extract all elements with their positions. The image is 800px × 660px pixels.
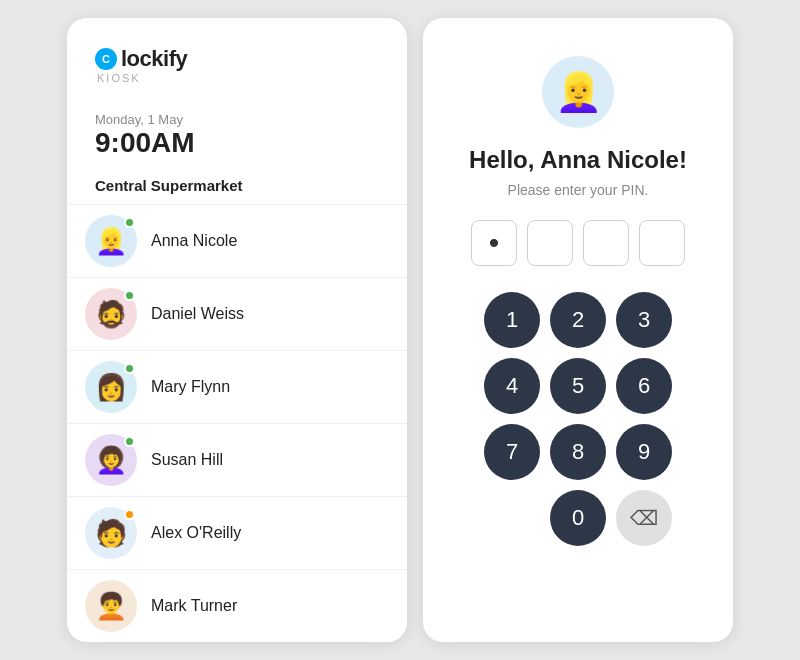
num-btn-1[interactable]: 1 bbox=[484, 292, 540, 348]
app-container: C lockify KIOSK Monday, 1 May 9:00AM Cen… bbox=[47, 0, 753, 660]
user-name-anna-nicole: Anna Nicole bbox=[151, 232, 237, 250]
status-dot-anna-nicole bbox=[124, 217, 135, 228]
user-item-susan-hill[interactable]: 👩‍🦱Susan Hill bbox=[67, 423, 407, 496]
numpad: 1234567890⌫ bbox=[484, 292, 672, 546]
avatar-wrap-mark-turner: 🧑‍🦱 bbox=[85, 580, 137, 632]
pin-boxes: • bbox=[471, 220, 685, 266]
pin-prompt: Please enter your PIN. bbox=[508, 182, 649, 198]
pin-box-1: • bbox=[471, 220, 517, 266]
num-btn-5[interactable]: 5 bbox=[550, 358, 606, 414]
kiosk-label: KIOSK bbox=[97, 72, 141, 84]
avatar-wrap-alex-oreilly: 🧑 bbox=[85, 507, 137, 559]
hello-text: Hello, Anna Nicole! bbox=[469, 146, 687, 174]
num-btn-3[interactable]: 3 bbox=[616, 292, 672, 348]
status-dot-daniel-weiss bbox=[124, 290, 135, 301]
svg-text:C: C bbox=[102, 53, 110, 65]
date-label: Monday, 1 May bbox=[95, 112, 379, 127]
logo-area: C lockify KIOSK bbox=[67, 18, 407, 94]
avatar-wrap-anna-nicole: 👱‍♀️ bbox=[85, 215, 137, 267]
avatar-wrap-mary-flynn: 👩 bbox=[85, 361, 137, 413]
location-label: Central Supermarket bbox=[67, 169, 407, 204]
num-btn-9[interactable]: 9 bbox=[616, 424, 672, 480]
time-label: 9:00AM bbox=[95, 127, 379, 159]
avatar-mark-turner: 🧑‍🦱 bbox=[85, 580, 137, 632]
pin-box-3 bbox=[583, 220, 629, 266]
date-time-area: Monday, 1 May 9:00AM bbox=[67, 94, 407, 169]
selected-user-avatar: 👱‍♀️ bbox=[542, 56, 614, 128]
user-item-mary-flynn[interactable]: 👩Mary Flynn bbox=[67, 350, 407, 423]
right-panel: 👱‍♀️ Hello, Anna Nicole! Please enter yo… bbox=[423, 18, 733, 642]
logo-text: lockify bbox=[121, 46, 187, 72]
num-btn-6[interactable]: 6 bbox=[616, 358, 672, 414]
left-panel: C lockify KIOSK Monday, 1 May 9:00AM Cen… bbox=[67, 18, 407, 642]
user-name-alex-oreilly: Alex O'Reilly bbox=[151, 524, 241, 542]
num-btn-0[interactable]: 0 bbox=[550, 490, 606, 546]
num-btn-2[interactable]: 2 bbox=[550, 292, 606, 348]
user-item-mark-turner[interactable]: 🧑‍🦱Mark Turner bbox=[67, 569, 407, 642]
user-item-anna-nicole[interactable]: 👱‍♀️Anna Nicole bbox=[67, 204, 407, 277]
num-btn-7[interactable]: 7 bbox=[484, 424, 540, 480]
logo-icon: C bbox=[95, 48, 117, 70]
logo: C lockify bbox=[95, 46, 187, 72]
num-btn-4[interactable]: 4 bbox=[484, 358, 540, 414]
status-dot-mary-flynn bbox=[124, 363, 135, 374]
user-name-daniel-weiss: Daniel Weiss bbox=[151, 305, 244, 323]
user-name-mark-turner: Mark Turner bbox=[151, 597, 237, 615]
status-dot-susan-hill bbox=[124, 436, 135, 447]
num-btn-8[interactable]: 8 bbox=[550, 424, 606, 480]
delete-button[interactable]: ⌫ bbox=[616, 490, 672, 546]
avatar-wrap-susan-hill: 👩‍🦱 bbox=[85, 434, 137, 486]
pin-box-4 bbox=[639, 220, 685, 266]
user-list: 👱‍♀️Anna Nicole🧔Daniel Weiss👩Mary Flynn👩… bbox=[67, 204, 407, 642]
user-item-daniel-weiss[interactable]: 🧔Daniel Weiss bbox=[67, 277, 407, 350]
pin-box-2 bbox=[527, 220, 573, 266]
avatar-wrap-daniel-weiss: 🧔 bbox=[85, 288, 137, 340]
user-item-alex-oreilly[interactable]: 🧑Alex O'Reilly bbox=[67, 496, 407, 569]
user-name-susan-hill: Susan Hill bbox=[151, 451, 223, 469]
status-dot-alex-oreilly bbox=[124, 509, 135, 520]
user-name-mary-flynn: Mary Flynn bbox=[151, 378, 230, 396]
